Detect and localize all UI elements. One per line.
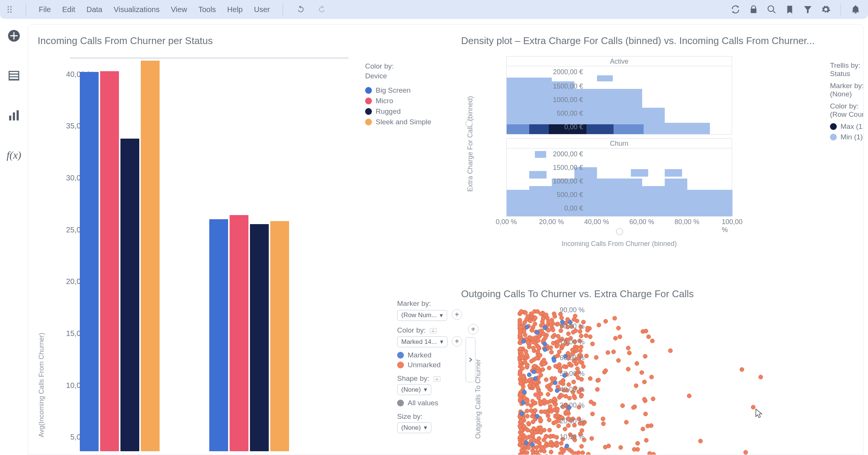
legend-item[interactable]: Rugged xyxy=(365,107,431,116)
scatter-point[interactable] xyxy=(626,346,630,350)
menu-view[interactable]: View xyxy=(171,5,187,14)
scatter-point[interactable] xyxy=(548,323,553,327)
scatter-point[interactable] xyxy=(698,439,703,443)
bar-rugged-group1[interactable] xyxy=(120,139,139,451)
scatter-point[interactable] xyxy=(539,401,544,405)
scatter-point[interactable] xyxy=(597,323,601,327)
scatter-point[interactable] xyxy=(644,438,649,443)
scatter-point[interactable] xyxy=(518,329,523,333)
scatter-point[interactable] xyxy=(626,367,630,371)
scatter-point[interactable] xyxy=(592,402,596,406)
scatter-point[interactable] xyxy=(743,450,748,455)
scatter-point[interactable] xyxy=(606,350,610,355)
scatter-point[interactable] xyxy=(589,436,594,441)
lock-icon[interactable] xyxy=(749,5,758,14)
scatter-point[interactable] xyxy=(549,350,554,354)
scatter-point[interactable] xyxy=(579,394,583,399)
legend-item[interactable]: Min (1) xyxy=(830,133,863,141)
scatter-point[interactable] xyxy=(531,420,535,424)
scatter-point[interactable] xyxy=(533,401,538,405)
scatter-point[interactable] xyxy=(618,445,623,450)
bar-micro-group1[interactable] xyxy=(100,71,119,451)
scatter-point[interactable] xyxy=(542,449,547,453)
scatter-point[interactable] xyxy=(571,380,576,384)
scatter-point[interactable] xyxy=(640,370,644,375)
scatter-point[interactable] xyxy=(525,325,529,329)
bookmark-icon[interactable] xyxy=(785,5,795,14)
scatter-point[interactable] xyxy=(544,313,548,317)
scatter-point[interactable] xyxy=(530,328,534,333)
scatter-point[interactable] xyxy=(631,405,636,410)
menu-tools[interactable]: Tools xyxy=(198,5,216,14)
scatter-point[interactable] xyxy=(588,334,592,339)
redo-icon[interactable] xyxy=(317,5,327,14)
shape-by-dropdown[interactable]: (None)▾ xyxy=(397,384,431,395)
scatter-point[interactable] xyxy=(644,329,648,333)
scatter-point[interactable] xyxy=(612,316,617,321)
scatter-point[interactable] xyxy=(579,334,583,338)
scatter-point[interactable] xyxy=(580,450,585,455)
scatter-point[interactable] xyxy=(542,342,547,346)
scatter-point[interactable] xyxy=(594,355,598,360)
scatter-point[interactable] xyxy=(618,334,622,339)
scatter-point[interactable] xyxy=(526,340,530,345)
scatter-point[interactable] xyxy=(616,326,621,330)
scatter-point[interactable] xyxy=(535,414,539,418)
scatter-point[interactable] xyxy=(553,402,557,407)
legend-item[interactable]: Unmarked xyxy=(397,361,476,369)
scatter-point[interactable] xyxy=(603,368,608,373)
scatter-point[interactable] xyxy=(551,334,555,339)
scatter-point[interactable] xyxy=(520,444,524,449)
scatter-point[interactable] xyxy=(519,419,524,423)
scatter-point[interactable] xyxy=(548,434,553,438)
menu-data[interactable]: Data xyxy=(87,5,102,14)
menu-help[interactable]: Help xyxy=(227,5,243,14)
scatter-point[interactable] xyxy=(588,376,592,381)
scatter-point[interactable] xyxy=(650,339,655,343)
scatter-point[interactable] xyxy=(579,377,584,382)
scatter-plot-area[interactable] xyxy=(518,307,781,455)
scatter-point[interactable] xyxy=(550,318,554,322)
scatter-point[interactable] xyxy=(558,451,563,455)
scatter-point[interactable] xyxy=(559,441,563,446)
refresh-icon[interactable] xyxy=(731,5,740,14)
scatter-point[interactable] xyxy=(525,399,530,403)
search-icon[interactable] xyxy=(767,5,777,14)
bar-big-screen-group2[interactable] xyxy=(209,219,228,451)
menu-visualizations[interactable]: Visualizations xyxy=(114,5,160,14)
scatter-point[interactable] xyxy=(531,369,536,374)
scatter-point[interactable] xyxy=(542,362,546,366)
scatter-point[interactable] xyxy=(573,451,578,455)
scatter-point[interactable] xyxy=(521,339,526,344)
scatter-point[interactable] xyxy=(649,375,654,379)
scatter-point[interactable] xyxy=(642,380,647,384)
scatter-point[interactable] xyxy=(651,397,655,401)
scatter-point[interactable] xyxy=(554,441,558,446)
menu-edit[interactable]: Edit xyxy=(62,5,75,14)
scatter-point[interactable] xyxy=(524,349,528,354)
scatter-point[interactable] xyxy=(569,363,574,368)
scatter-point[interactable] xyxy=(519,448,524,453)
color-by-dropdown[interactable]: Marked 14...▾ xyxy=(397,336,448,347)
scatter-point[interactable] xyxy=(547,418,551,422)
scatter-point[interactable] xyxy=(554,435,559,440)
filter-icon[interactable] xyxy=(803,5,813,14)
scatter-point[interactable] xyxy=(643,354,647,359)
scatter-point[interactable] xyxy=(601,417,605,421)
legend-item[interactable]: All values xyxy=(397,399,476,407)
scatter-point[interactable] xyxy=(595,387,600,392)
scatter-point[interactable] xyxy=(641,427,645,431)
scatter-point[interactable] xyxy=(603,319,608,324)
scatter-point[interactable] xyxy=(518,360,523,364)
scatter-point[interactable] xyxy=(590,342,595,346)
scatter-point[interactable] xyxy=(533,316,538,320)
scatter-point[interactable] xyxy=(522,390,527,394)
density-plot-area[interactable]: Extra Charge For Calls (binned) Active xyxy=(506,56,811,256)
menu-file[interactable]: File xyxy=(39,5,51,14)
scatter-point[interactable] xyxy=(525,414,530,418)
scatter-point[interactable] xyxy=(544,377,548,382)
scatter-point[interactable] xyxy=(647,451,652,455)
scatter-point[interactable] xyxy=(552,397,557,401)
scatter-point[interactable] xyxy=(668,348,673,353)
bell-icon[interactable] xyxy=(851,5,860,14)
